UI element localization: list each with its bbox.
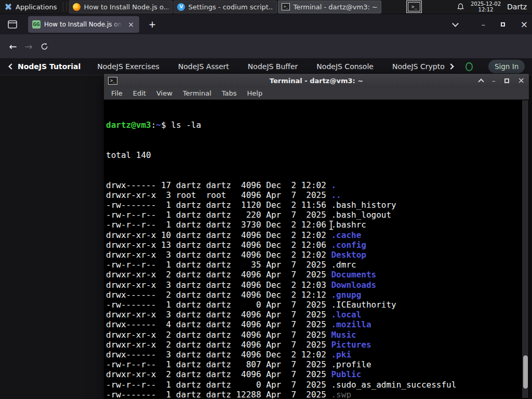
terminal-output[interactable]: dartz@vm3:~$ ls -la total 140 drwx------… (104, 100, 529, 398)
file-row-meta: -rw-r--r-- 1 dartz dartz 0 Apr 7 2025 (106, 380, 331, 390)
notification-bell-icon[interactable] (457, 3, 464, 11)
site-nav-link[interactable]: NodeJS Exercises (97, 62, 159, 71)
browser-close-button[interactable]: × (521, 19, 528, 30)
terminal-window-title: Terminal - dartz@vm3: ~ (104, 77, 529, 85)
terminal-title-bar[interactable]: >_ Terminal - dartz@vm3: ~ – × (104, 74, 529, 87)
file-row-meta: -rw-r--r-- 1 dartz dartz 35 Apr 7 2025 (106, 260, 331, 270)
terminal-total-line: total 140 (106, 150, 529, 160)
terminal-prompt-line: dartz@vm3:~$ ls -la (106, 120, 529, 130)
search-icon[interactable] (466, 62, 473, 71)
file-row-meta: -rw-r--r-- 1 dartz dartz 3730 Dec 2 12:0… (106, 220, 331, 230)
terminal-menu-terminal[interactable]: Terminal (178, 89, 217, 97)
back-button[interactable]: ← (5, 38, 21, 54)
file-row-name: .local (331, 310, 361, 320)
reload-icon[interactable] (36, 38, 52, 54)
taskbar-button-terminal[interactable]: >_Terminal - dartz@vm3: ~ (278, 1, 381, 14)
file-row: drwxr-xr-x 3 root root 4096 Apr 7 2025 .… (106, 190, 529, 200)
file-row: drwxr-xr-x 13 dartz dartz 4096 Dec 2 12:… (106, 240, 529, 250)
terminal-window: >_ Terminal - dartz@vm3: ~ – × FileEditV… (103, 73, 529, 399)
file-row-meta: drwx------ 2 dartz dartz 4096 Dec 2 12:1… (106, 290, 331, 300)
file-row-name: Documents (331, 270, 376, 280)
file-row-meta: drwxr-xr-x 3 root root 4096 Apr 7 2025 (106, 190, 331, 200)
file-row-meta: drwx------ 17 dartz dartz 4096 Dec 2 12:… (106, 180, 331, 190)
list-all-tabs-icon[interactable] (452, 20, 459, 27)
tab-close-icon[interactable]: × (127, 20, 135, 29)
nav-back-link[interactable]: NodeJS Tutorial (9, 62, 81, 71)
new-tab-button[interactable]: + (145, 18, 159, 31)
browser-minimize-button[interactable]: – (482, 20, 485, 29)
taskbar-button-codium[interactable]: VSettings - codium script... (174, 1, 277, 14)
sign-in-button[interactable]: Sign In (488, 60, 525, 73)
file-row-name: .. (331, 190, 341, 200)
file-row: -rw-r--r-- 1 dartz dartz 807 Apr 7 2025 … (106, 360, 529, 369)
desktop-panel: Applications How to Install Node.js o...… (0, 0, 532, 14)
file-row-meta: -rw-r--r-- 1 dartz dartz 807 Apr 7 2025 (106, 360, 331, 369)
forward-button[interactable]: → (21, 38, 36, 54)
file-row: -rw------- 1 dartz dartz 1120 Dec 2 11:5… (106, 200, 529, 210)
taskbar-button-label: Settings - codium script... (188, 3, 273, 11)
file-row-name: .sudo_as_admin_successful (331, 380, 456, 390)
file-row: drwxr-xr-x 2 dartz dartz 4096 Apr 7 2025… (106, 369, 529, 379)
file-row-meta: -rw-r--r-- 1 dartz dartz 220 Apr 7 2025 (106, 210, 331, 220)
nav-overflow-chevron-icon[interactable] (449, 64, 453, 69)
applications-icon (4, 3, 12, 11)
firefox-view-icon[interactable] (5, 18, 20, 31)
tray-terminal-launcher[interactable]: >_ (406, 1, 422, 13)
site-nav-link[interactable]: NodeJS Console (316, 62, 374, 71)
file-row-meta: drwx------ 3 dartz dartz 4096 Dec 2 12:0… (106, 350, 331, 360)
file-row-meta: drwxr-xr-x 13 dartz dartz 4096 Dec 2 12:… (106, 240, 331, 250)
file-row-name: Public (331, 369, 361, 379)
file-row-name: Pictures (331, 340, 371, 350)
file-row-name: .dmrc (331, 260, 356, 270)
site-nav-link[interactable]: NodeJS Assert (178, 62, 229, 71)
taskbar-button-label: Terminal - dartz@vm3: ~ (293, 3, 377, 11)
file-row: drwxr-xr-x 2 dartz dartz 4096 Apr 7 2025… (106, 340, 529, 350)
file-row: -rw-r--r-- 1 dartz dartz 3730 Dec 2 12:0… (106, 220, 529, 230)
file-row-name: .gnupg (331, 290, 361, 300)
site-nav-link[interactable]: NodeJS Crypto (392, 62, 445, 71)
panel-clock[interactable]: 2025-12-02 12:12 (471, 1, 501, 12)
terminal-menu-tabs[interactable]: Tabs (217, 89, 242, 97)
file-row-name: . (331, 180, 336, 190)
terminal-scrollbar[interactable] (522, 100, 528, 398)
panel-status-area: 2025-12-02 12:12 Dartz (457, 1, 532, 12)
browser-maximize-button[interactable] (501, 22, 505, 26)
file-row-name: .bash_logout (331, 210, 391, 220)
file-row-name: Music (331, 330, 356, 340)
terminal-close-button[interactable]: × (518, 78, 525, 83)
terminal-menu-view[interactable]: View (151, 89, 178, 97)
terminal-minimize-button[interactable]: – (492, 77, 496, 85)
terminal-menu-edit[interactable]: Edit (128, 89, 151, 97)
terminal-shade-icon[interactable] (478, 78, 484, 84)
panel-grip (63, 3, 67, 11)
file-row-name: Downloads (331, 280, 376, 290)
file-row: drwx------ 3 dartz dartz 4096 Dec 2 12:0… (106, 350, 529, 360)
file-row-name: .pki (331, 350, 351, 360)
terminal-menu-file[interactable]: File (106, 89, 128, 97)
terminal-maximize-button[interactable] (504, 78, 509, 83)
firefox-tab-bar: GG How to Install Node.js on × + – × (0, 14, 532, 34)
file-row-name: .config (331, 240, 366, 250)
taskbar-button-firefox[interactable]: How to Install Node.js o... (69, 1, 172, 14)
file-row-meta: drwxr-xr-x 10 dartz dartz 4096 Dec 2 12:… (106, 230, 331, 240)
terminal-menu-help[interactable]: Help (242, 89, 268, 97)
applications-menu-button[interactable]: Applications (0, 0, 61, 14)
terminal-icon: >_ (408, 2, 420, 11)
site-nav-link[interactable]: NodeJS Buffer (248, 62, 298, 71)
file-row-meta: drwxr-xr-x 2 dartz dartz 4096 Apr 7 2025 (106, 369, 331, 379)
browser-tab[interactable]: GG How to Install Node.js on × (28, 16, 139, 33)
file-row-meta: drwxr-xr-x 2 dartz dartz 4096 Apr 7 2025 (106, 340, 331, 350)
geeksforgeeks-favicon: GG (32, 20, 41, 29)
site-nav-links: NodeJS ExercisesNodeJS AssertNodeJS Buff… (97, 62, 460, 71)
terminal-scrollbar-thumb[interactable] (523, 355, 528, 389)
user-menu[interactable]: Dartz (507, 3, 527, 11)
prompt-command: $ ls -la (161, 120, 201, 130)
terminal-icon: >_ (282, 3, 290, 10)
prompt-user: dartz@vm3 (106, 120, 151, 130)
file-row-name: Desktop (331, 250, 366, 260)
file-row: drwxr-xr-x 3 dartz dartz 4096 Dec 2 12:0… (106, 250, 529, 260)
file-row-meta: -rw------- 1 dartz dartz 0 Apr 7 2025 (106, 300, 331, 310)
file-row-meta: drwxr-xr-x 2 dartz dartz 4096 Apr 7 2025 (106, 270, 331, 280)
chevron-left-icon (8, 63, 14, 69)
file-row-meta: drwxr-xr-x 3 dartz dartz 4096 Apr 7 2025 (106, 310, 331, 320)
